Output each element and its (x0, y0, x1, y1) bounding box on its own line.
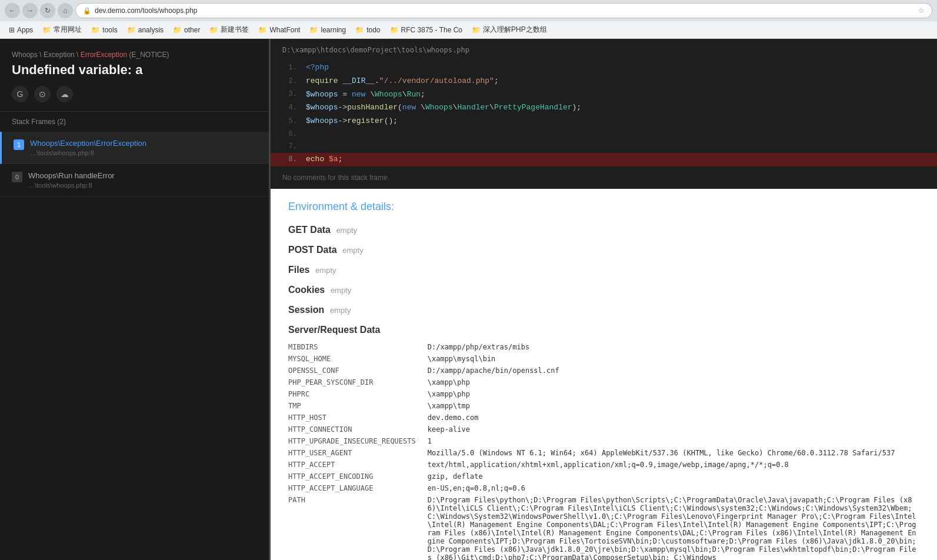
get-data-group: GET Data empty (288, 225, 919, 235)
right-panel: D:\xampp\htdocs\demoProject\tools\whoops… (271, 39, 937, 560)
server-value: D:/xampp/apache/bin/openssl.cnf (428, 365, 919, 376)
share-button[interactable]: ☁ (56, 86, 73, 102)
server-value: D:/xampp/php/extras/mibs (428, 341, 919, 353)
get-data-label: GET Data (288, 225, 331, 235)
server-key: PHP_PEAR_SYSCONF_DIR (288, 376, 428, 388)
server-key: HTTP_CONNECTION (288, 424, 428, 435)
bookmark-folder-icon-3: 📁 (127, 26, 136, 34)
bookmark-other[interactable]: 📁 other (169, 24, 204, 36)
server-row: MIBDIRSD:/xampp/php/extras/mibs (288, 341, 919, 353)
bookmark-new[interactable]: 📁 新建书签 (205, 23, 253, 36)
server-value: \xampp\php (428, 388, 919, 400)
main-layout: Whoops \ Exception \ ErrorException (E_N… (0, 39, 937, 560)
bookmark-todo-label: todo (366, 26, 380, 34)
cookies-group: Cookies empty (288, 285, 919, 295)
bookmark-apps[interactable]: ⊞ Apps (5, 24, 37, 36)
bookmark-php[interactable]: 📁 深入理解PHP之数组 (468, 23, 551, 36)
bookmark-new-label: 新建书签 (221, 25, 249, 35)
line-num-1: 1. (282, 62, 297, 74)
bookmark-star-icon[interactable]: ☆ (918, 6, 925, 15)
server-value: 1 (428, 435, 919, 447)
server-key: HTTP_USER_AGENT (288, 447, 428, 459)
server-value: \xampp\tmp (428, 400, 919, 412)
code-line-2: 2. require __DIR__."/../vendor/autoload.… (271, 75, 937, 88)
post-data-group: POST Data empty (288, 245, 919, 255)
browser-toolbar: ← → ↻ ⌂ 🔒 dev.demo.com/tools/whoops.php … (0, 0, 937, 21)
notice-text: (E_NOTICE) (129, 51, 169, 59)
line-num-3: 3. (282, 89, 297, 100)
code-comment: No comments for this stack frame. (271, 166, 937, 189)
files-status: empty (315, 266, 336, 275)
server-data-title: Server/Request Data (288, 325, 919, 335)
server-row: TMP\xampp\tmp (288, 400, 919, 412)
home-button[interactable]: ⌂ (58, 3, 73, 18)
stack-frames-header: Stack Frames (2) (0, 112, 269, 132)
bookmark-folder-icon-5: 📁 (209, 26, 218, 34)
server-key: TMP (288, 400, 428, 412)
bookmark-changyon[interactable]: 📁 常用网址 (38, 23, 86, 36)
server-key: HTTP_ACCEPT_ENCODING (288, 471, 428, 482)
bookmark-folder-icon-2: 📁 (91, 26, 100, 34)
server-row: HTTP_ACCEPTtext/html,application/xhtml+x… (288, 459, 919, 471)
bookmark-folder-icon-10: 📁 (472, 26, 481, 34)
stack-frame-1[interactable]: 1 Whoops\Exception\ErrorException …\tool… (0, 132, 269, 164)
server-key: PHPRC (288, 388, 428, 400)
line-content-4: $whoops->pushHandler(new \Whoops\Handler… (306, 102, 581, 114)
bookmark-todo[interactable]: 📁 todo (351, 24, 384, 36)
server-row: HTTP_USER_AGENTMozilla/5.0 (Windows NT 6… (288, 447, 919, 459)
bookmarks-bar: ⊞ Apps 📁 常用网址 📁 tools 📁 analysis 📁 other… (0, 21, 937, 39)
line-num-6: 6. (282, 129, 297, 140)
bookmark-rfc[interactable]: 📁 RFC 3875 - The Co (386, 24, 467, 36)
line-content-8: echo $a; (306, 154, 342, 166)
address-bar[interactable]: 🔒 dev.demo.com/tools/whoops.php ☆ (75, 3, 932, 18)
error-header: Whoops \ Exception \ ErrorException (E_N… (0, 39, 269, 112)
bookmark-learning[interactable]: 📁 learning (305, 24, 350, 36)
server-value: dev.demo.com (428, 412, 919, 424)
error-actions: G ⊙ ☁ (12, 86, 257, 102)
cookies-label: Cookies (288, 285, 325, 295)
frame-class-1: Whoops\Exception\ErrorException (30, 139, 257, 148)
frame-content-1: Whoops\Exception\ErrorException …\tools\… (30, 139, 257, 156)
bookmark-folder-icon-8: 📁 (355, 26, 364, 34)
server-key: HTTP_ACCEPT (288, 459, 428, 471)
reload-button[interactable]: ↻ (40, 3, 55, 18)
back-button[interactable]: ← (5, 3, 20, 18)
bookmark-folder-icon-4: 📁 (173, 26, 182, 34)
env-title: Environment & details: (288, 201, 919, 213)
error-title: Undefined variable: a (12, 62, 257, 78)
stack-frame-0[interactable]: 0 Whoops\Run handleError …\tools\whoops.… (0, 164, 269, 196)
bookmark-learning-label: learning (321, 26, 346, 34)
frame-class-0: Whoops\Run handleError (28, 171, 257, 180)
code-line-7: 7. (271, 141, 937, 153)
bookmark-folder-icon-9: 📁 (390, 26, 399, 34)
url-text: dev.demo.com/tools/whoops.php (95, 6, 198, 15)
get-data-status: empty (336, 226, 357, 235)
code-file-path: D:\xampp\htdocs\demoProject\tools\whoops… (271, 39, 937, 61)
session-group: Session empty (288, 305, 919, 315)
server-row: HTTP_CONNECTIONkeep-alive (288, 424, 919, 435)
left-panel: Whoops \ Exception \ ErrorException (E_N… (0, 39, 271, 560)
bookmark-analysis[interactable]: 📁 analysis (123, 24, 168, 36)
lock-icon: 🔒 (83, 7, 91, 15)
server-key: OPENSSL_CONF (288, 365, 428, 376)
frame-location-0: …\tools\whoops.php:8 (28, 182, 257, 189)
server-key: HTTP_HOST (288, 412, 428, 424)
server-value: text/html,application/xhtml+xml,applicat… (428, 459, 919, 471)
breadcrumb-text: Whoops \ Exception \ (12, 51, 78, 59)
session-label: Session (288, 305, 324, 315)
frame-number-0: 0 (12, 172, 22, 182)
bookmark-tools[interactable]: 📁 tools (87, 24, 121, 36)
copy-button[interactable]: ⊙ (34, 86, 51, 102)
env-section: Environment & details: GET Data empty PO… (271, 189, 937, 560)
line-num-8: 8. (282, 154, 297, 165)
google-search-button[interactable]: G (12, 86, 28, 102)
bookmark-analysis-label: analysis (138, 26, 164, 34)
server-value: gzip, deflate (428, 471, 919, 482)
server-data-group: Server/Request Data MIBDIRSD:/xampp/php/… (288, 325, 919, 560)
code-line-3: 3. $whoops = new \Whoops\Run; (271, 88, 937, 102)
server-row: OPENSSL_CONFD:/xampp/apache/bin/openssl.… (288, 365, 919, 376)
bookmark-whatfont[interactable]: 📁 WhatFont (254, 24, 304, 36)
server-value: Mozilla/5.0 (Windows NT 6.1; Win64; x64)… (428, 447, 919, 459)
server-row: PHP_PEAR_SYSCONF_DIR\xampp\php (288, 376, 919, 388)
forward-button[interactable]: → (22, 3, 38, 18)
